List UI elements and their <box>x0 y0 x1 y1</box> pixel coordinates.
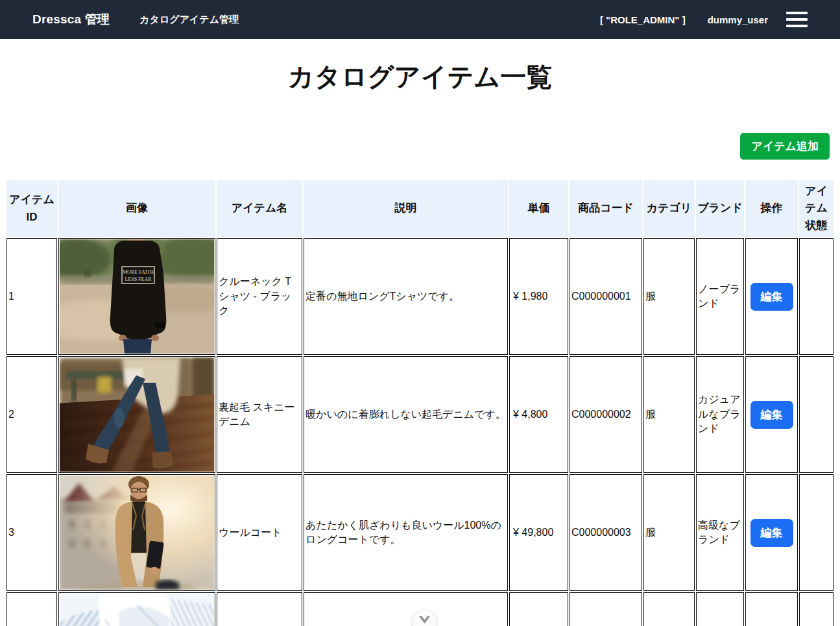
item-name: ウールコート <box>217 474 302 591</box>
brand-logo[interactable]: Dressca 管理 <box>32 11 110 28</box>
hamburger-menu-icon[interactable] <box>786 10 808 29</box>
item-category: 服 <box>643 474 695 591</box>
item-status <box>799 238 834 355</box>
header-image: 画像 <box>58 180 215 237</box>
item-image-cell <box>58 474 215 591</box>
item-id: 2 <box>6 356 57 473</box>
item-brand: カジュアルなブランド <box>696 356 744 473</box>
header-product-code: 商品コード <box>570 180 642 237</box>
header-item-name: アイテム名 <box>217 180 302 237</box>
navbar: Dressca 管理 カタログアイテム管理 [ "ROLE_ADMIN" ] d… <box>0 0 840 39</box>
item-image-cell <box>58 356 215 473</box>
item-id: 3 <box>6 474 57 591</box>
table-row: 2 <box>6 356 834 473</box>
item-price: ¥ 49,800 <box>509 474 568 591</box>
table-header-row: アイテムID 画像 アイテム名 説明 単価 商品コード カテゴリ ブランド 操作… <box>6 180 834 237</box>
product-image-black-sweatshirt: MORE FAITH LESS FEAR <box>60 239 214 354</box>
item-code <box>570 592 642 626</box>
item-category: 服 <box>643 356 695 473</box>
item-name <box>217 592 302 626</box>
item-description: 暖かいのに着膨れしない起毛デニムです。 <box>304 356 508 473</box>
header-category: カテゴリ <box>643 180 695 237</box>
item-category <box>643 592 695 626</box>
edit-button[interactable]: 編集 <box>750 283 793 311</box>
item-actions: 編集 <box>745 356 798 473</box>
svg-text:MORE FAITH: MORE FAITH <box>123 269 154 275</box>
catalog-items-table: アイテムID 画像 アイテム名 説明 単価 商品コード カテゴリ ブランド 操作… <box>5 179 835 626</box>
item-description: 定番の無地ロングTシャツです。 <box>304 238 508 355</box>
header-item-id: アイテムID <box>6 180 57 237</box>
role-label: [ "ROLE_ADMIN" ] <box>600 14 686 25</box>
table-row: 3 <box>6 474 834 591</box>
item-status <box>799 592 834 626</box>
item-id: 1 <box>6 238 57 355</box>
product-image-wool-coat <box>60 476 214 590</box>
item-image-cell: MORE FAITH LESS FEAR <box>58 238 215 355</box>
navbar-right: [ "ROLE_ADMIN" ] dummy_user <box>600 10 808 29</box>
item-name: クルーネック Tシャツ - ブラック <box>217 238 302 355</box>
edit-button[interactable]: 編集 <box>750 519 793 547</box>
table-row: 1 <box>6 238 834 355</box>
item-actions <box>745 592 798 626</box>
product-image-skinny-denim <box>60 357 214 472</box>
item-status <box>799 474 834 591</box>
item-code: C000000003 <box>570 474 642 591</box>
item-status <box>799 356 834 473</box>
item-description: あたたかく肌ざわりも良いウール100%のロングコートです。 <box>304 474 508 591</box>
item-actions: 編集 <box>745 474 798 591</box>
item-price: ¥ 1,980 <box>509 238 568 355</box>
edit-button[interactable]: 編集 <box>750 401 793 429</box>
item-price: ¥ 4,800 <box>509 356 568 473</box>
item-code: C000000001 <box>570 238 642 355</box>
item-brand: 高級なブランド <box>696 474 744 591</box>
toolbar: アイテム追加 <box>0 133 840 160</box>
header-item-status: アイテム状態 <box>799 180 834 237</box>
item-brand: ノーブランド <box>696 238 744 355</box>
header-brand: ブランド <box>696 180 744 237</box>
page-title: カタログアイテム一覧 <box>0 60 840 93</box>
item-price <box>509 592 568 626</box>
item-image-cell <box>58 592 215 626</box>
item-actions: 編集 <box>745 238 798 355</box>
header-unit-price: 単価 <box>509 180 568 237</box>
add-item-button[interactable]: アイテム追加 <box>740 133 830 160</box>
svg-text:LESS FEAR: LESS FEAR <box>125 276 152 282</box>
header-description: 説明 <box>304 180 508 237</box>
item-code: C000000002 <box>570 356 642 473</box>
product-image-striped-shirts <box>60 594 214 626</box>
chevron-down-icon <box>419 616 430 625</box>
item-name: 裏起毛 スキニーデニム <box>217 356 302 473</box>
nav-item-catalog-management[interactable]: カタログアイテム管理 <box>139 14 239 26</box>
header-actions: 操作 <box>745 180 798 237</box>
item-description <box>304 592 508 626</box>
item-id <box>6 592 57 626</box>
item-brand <box>696 592 744 626</box>
item-category: 服 <box>643 238 695 355</box>
username-label: dummy_user <box>708 14 768 25</box>
